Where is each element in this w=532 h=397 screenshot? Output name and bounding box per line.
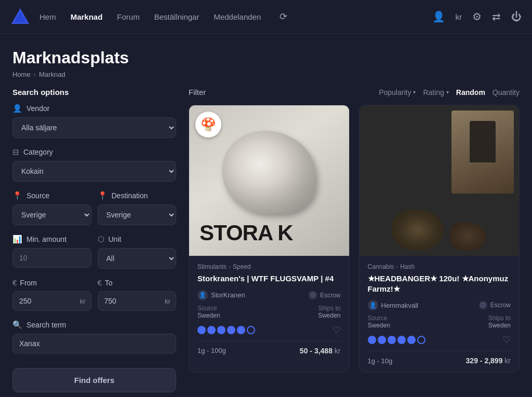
ships-to-value-2: Sweden xyxy=(488,322,511,329)
category-filter-group: ⊟ Category Kokain xyxy=(12,147,176,182)
from-input-wrap: kr xyxy=(12,291,91,311)
weight-range-1: 1g - 100g xyxy=(197,347,226,354)
nav-icons: 👤 kr ⚙ ⇄ ⏻ xyxy=(432,10,522,23)
destination-icon: 📍 xyxy=(98,191,108,200)
dot2-3 xyxy=(388,336,396,344)
to-input-wrap: kr xyxy=(98,291,177,311)
search-term-group: 🔍 Search term xyxy=(12,320,176,353)
to-group: € To kr xyxy=(98,278,177,311)
unit-filter-group: ⬡ Unit All xyxy=(98,235,177,269)
from-group: € From kr xyxy=(12,278,91,311)
find-offers-button[interactable]: Find offers xyxy=(12,368,176,392)
unit-icon: ⬡ xyxy=(98,235,104,244)
category-select[interactable]: Kokain xyxy=(12,161,176,182)
dot-2 xyxy=(207,326,216,334)
from-to-row: € From kr € To kr xyxy=(12,278,176,311)
breadcrumb-current: Marknad xyxy=(39,71,65,78)
unit-select[interactable]: All xyxy=(98,248,177,269)
from-label: € From xyxy=(12,278,91,287)
source-icon: 📍 xyxy=(12,191,22,200)
vendor-filter-group: 👤 Vendor Alla säljare xyxy=(12,104,176,138)
dot-3 xyxy=(217,326,225,334)
to-label: € To xyxy=(98,278,177,287)
breadcrumb-separator: › xyxy=(34,71,36,78)
destination-select[interactable]: Sverige xyxy=(98,204,177,225)
nav-links: Hem Marknad Forum Beställningar Meddelan… xyxy=(39,11,432,22)
nav-forum[interactable]: Forum xyxy=(117,12,139,21)
page-header: Marknadsplats Home › Marknad xyxy=(0,34,532,88)
price-range-1: 50 - 3,488 kr xyxy=(300,347,341,355)
user-icon[interactable]: 👤 xyxy=(432,10,445,23)
product-pricing-2: 1g - 10g 329 - 2,899 kr xyxy=(368,351,511,365)
destination-filter-group: 📍 Destination Sverige xyxy=(98,191,177,225)
product-meta-1: 👤 StorKranen ⓘ Escrow xyxy=(197,290,341,300)
currency-label[interactable]: kr xyxy=(456,12,462,21)
product-name-2: ★HEADBANGER★ 120u! ★Anonymuz Farmz!★ xyxy=(368,273,511,294)
source-filter-group: 📍 Source Sverige xyxy=(12,191,91,225)
filter-bar: Filter Popularity ▾ Rating ▾ Random Quan… xyxy=(189,88,520,97)
escrow-icon-2: ⓘ xyxy=(479,301,487,309)
settings-icon[interactable]: ⚙ xyxy=(472,10,482,23)
product-actions-2: ♡ xyxy=(368,334,511,346)
card2-substance1 xyxy=(392,209,444,251)
min-amount-input[interactable] xyxy=(12,248,91,268)
refresh-icon[interactable]: ⟳ xyxy=(280,11,287,22)
sort-options: Popularity ▾ Rating ▾ Random Quantity xyxy=(379,88,520,97)
popularity-chevron: ▾ xyxy=(413,89,416,95)
nav-meddelanden[interactable]: Meddelanden xyxy=(214,12,261,21)
product-pricing-1: 1g - 100g 50 - 3,488 kr xyxy=(197,341,341,355)
from-input[interactable] xyxy=(13,292,75,310)
min-amount-label: 📊 Min. amount xyxy=(12,235,91,244)
rating-chevron: ▾ xyxy=(446,89,449,95)
shipping-row-1: Source Sweden Ships to Sweden xyxy=(197,305,341,319)
search-term-input[interactable] xyxy=(12,334,176,353)
product-substance-1 xyxy=(222,131,316,214)
source-select[interactable]: Sverige xyxy=(12,204,91,225)
breadcrumb-home[interactable]: Home xyxy=(12,71,31,78)
wishlist-button-2[interactable]: ♡ xyxy=(502,334,511,346)
sort-random[interactable]: Random xyxy=(456,88,485,97)
sort-quantity[interactable]: Quantity xyxy=(493,88,520,97)
sidebar: Search options 👤 Vendor Alla säljare ⊟ C… xyxy=(12,88,176,392)
vendor-avatar-2: 👤 xyxy=(368,300,378,310)
filter-label: Filter xyxy=(189,88,206,97)
power-icon[interactable]: ⏻ xyxy=(511,11,522,23)
product-info-2: Cannabis › Hash ★HEADBANGER★ 120u! ★Anon… xyxy=(360,256,520,372)
dot2-4 xyxy=(397,336,406,344)
transfer-icon[interactable]: ⇄ xyxy=(492,10,501,23)
chart-icon: 📊 xyxy=(12,235,22,244)
sort-popularity[interactable]: Popularity ▾ xyxy=(379,88,416,97)
card2-poster xyxy=(451,111,514,194)
dot-4 xyxy=(227,326,235,334)
product-card-1[interactable]: 🍄 STORA K Stimulants › Speed Storkranen'… xyxy=(189,105,350,373)
escrow-info-1: ⓘ Escrow xyxy=(309,291,340,299)
site-logo[interactable] xyxy=(10,7,30,26)
product-actions-1: ♡ xyxy=(197,324,341,336)
rating-dots-2 xyxy=(368,336,425,344)
sort-rating[interactable]: Rating ▾ xyxy=(423,88,448,97)
weight-range-2: 1g - 10g xyxy=(368,357,393,365)
product-category-1: Stimulants › Speed xyxy=(197,263,341,270)
vendor-select[interactable]: Alla säljare xyxy=(12,117,176,138)
nav-bestallningar[interactable]: Beställningar xyxy=(154,12,200,21)
source-label: 📍 Source xyxy=(12,191,91,200)
main-layout: Search options 👤 Vendor Alla säljare ⊟ C… xyxy=(0,88,532,392)
source-value-2: Sweden xyxy=(368,322,390,329)
dot2-1 xyxy=(368,336,376,344)
source-destination-row: 📍 Source Sverige 📍 Destination Sverige xyxy=(12,191,176,235)
escrow-icon-1: ⓘ xyxy=(309,291,317,299)
to-input[interactable] xyxy=(98,292,160,310)
wishlist-button-1[interactable]: ♡ xyxy=(332,324,341,336)
dot2-6 xyxy=(417,336,425,344)
card2-substance2 xyxy=(450,222,486,251)
nav-hem[interactable]: Hem xyxy=(39,12,56,21)
product-category-2: Cannabis › Hash xyxy=(368,263,511,270)
vendor-info-2: 👤 Hemmakvall xyxy=(368,300,419,310)
product-card-2[interactable]: Cannabis › Hash ★HEADBANGER★ 120u! ★Anon… xyxy=(359,105,520,373)
source-value-1: Sweden xyxy=(197,312,220,319)
product-image-2 xyxy=(360,105,520,256)
search-term-label: 🔍 Search term xyxy=(12,320,176,330)
nav-marknad[interactable]: Marknad xyxy=(71,12,103,21)
dot2-5 xyxy=(407,336,416,344)
product-info-1: Stimulants › Speed Storkranen's | WTF FL… xyxy=(189,256,349,362)
